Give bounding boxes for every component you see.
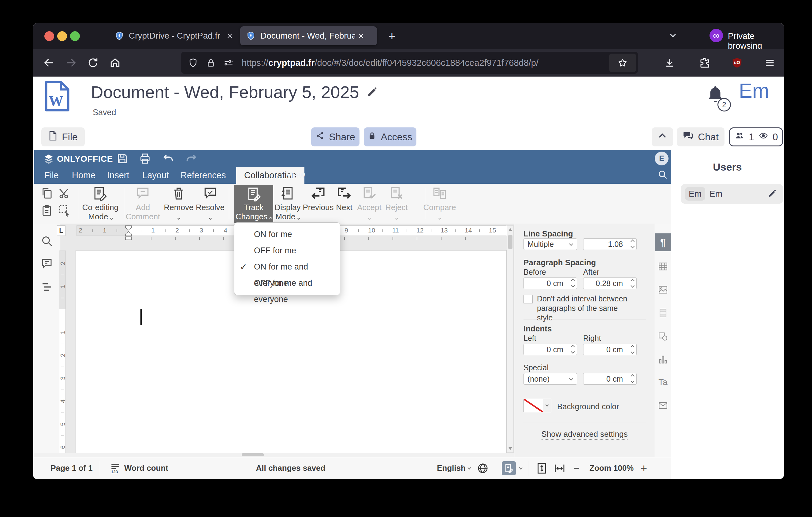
- horizontal-scrollbar[interactable]: [34, 453, 514, 457]
- bookmark-star-icon[interactable]: [609, 54, 636, 72]
- remove-comment-icon[interactable]: [171, 186, 186, 201]
- close-window-button[interactable]: [45, 31, 54, 41]
- menu-references[interactable]: References: [180, 167, 226, 184]
- mail-merge-tab[interactable]: [658, 400, 668, 411]
- scroll-down-arrow-icon[interactable]: [509, 447, 512, 450]
- presence-counts[interactable]: 1 0: [729, 128, 783, 146]
- ublock-origin-icon[interactable]: uO: [729, 55, 745, 71]
- spinner-arrows[interactable]: [572, 346, 574, 353]
- cut-scissors-icon[interactable]: [58, 187, 71, 200]
- spacing-before-input[interactable]: 0 cm: [523, 277, 577, 289]
- special-select[interactable]: (none): [523, 373, 577, 385]
- new-tab-button[interactable]: +: [385, 29, 399, 43]
- spinner-arrows[interactable]: [631, 346, 634, 353]
- v-ruler[interactable]: 21123456: [59, 250, 66, 453]
- menu-item-on-for-me[interactable]: ON for me: [234, 226, 340, 243]
- background-color-swatch[interactable]: [523, 399, 543, 412]
- spacing-after-input[interactable]: 0.28 cm: [583, 277, 637, 289]
- url-bar[interactable]: https://cryptpad.fr/doc/#/3/doc/edit/ff0…: [181, 52, 638, 74]
- menu-home[interactable]: Home: [72, 167, 95, 184]
- select-all-icon[interactable]: [58, 204, 71, 217]
- interval-checkbox[interactable]: [523, 295, 533, 304]
- search-icon[interactable]: [657, 169, 668, 180]
- zoom-out-button[interactable]: −: [573, 457, 579, 479]
- print-icon[interactable]: [139, 153, 151, 165]
- share-button[interactable]: Share: [311, 128, 359, 146]
- close-tab-icon[interactable]: [226, 32, 234, 40]
- textart-settings-tab[interactable]: Ta: [658, 377, 668, 388]
- menu-insert[interactable]: Insert: [107, 167, 129, 184]
- user-list-item[interactable]: Em Em: [681, 184, 783, 204]
- scroll-up-arrow-icon[interactable]: [509, 228, 512, 231]
- edit-name-pencil-icon[interactable]: [767, 188, 777, 199]
- spinner-arrows[interactable]: [631, 279, 634, 287]
- access-button[interactable]: Access: [364, 128, 416, 146]
- home-button[interactable]: [107, 55, 123, 71]
- collapse-toolbar-button[interactable]: [652, 128, 673, 146]
- page-indicator[interactable]: Page 1 of 1: [44, 457, 100, 479]
- close-tab-icon[interactable]: [357, 32, 365, 40]
- save-icon[interactable]: [116, 153, 128, 165]
- previous-change-icon[interactable]: [311, 186, 326, 201]
- tracking-shield-icon[interactable]: [188, 58, 198, 68]
- list-tabs-chevron-icon[interactable]: [670, 31, 675, 37]
- user-avatar-initials[interactable]: Em: [739, 79, 769, 102]
- paste-icon[interactable]: [40, 204, 53, 217]
- document-title[interactable]: Document - Wed, February 5, 2025: [91, 82, 359, 102]
- rename-pencil-icon[interactable]: [366, 82, 378, 102]
- menu-item-off-for-everyone[interactable]: OFF for me and everyone: [234, 275, 340, 291]
- menu-view[interactable]: View: [286, 167, 305, 184]
- zoom-window-button[interactable]: [70, 31, 80, 41]
- header-footer-settings-tab[interactable]: [658, 307, 668, 319]
- tab-stop-selector[interactable]: L: [57, 225, 65, 236]
- file-button[interactable]: File: [41, 128, 85, 146]
- spellcheck-globe-icon[interactable]: [477, 462, 489, 477]
- undo-icon[interactable]: [162, 153, 174, 165]
- copy-icon[interactable]: [40, 187, 53, 200]
- chevron-down-icon[interactable]: [467, 466, 471, 469]
- chevron-down-icon[interactable]: [519, 466, 522, 469]
- editor-user-avatar[interactable]: E: [655, 152, 668, 165]
- permissions-icon[interactable]: [223, 58, 234, 68]
- fit-page-icon[interactable]: [535, 462, 548, 477]
- tab-cryptdrive[interactable]: CryptDrive - CryptPad.fr: [109, 26, 237, 45]
- scrollbar-thumb[interactable]: [508, 235, 513, 249]
- special-value-input[interactable]: 0 cm: [583, 373, 637, 385]
- image-settings-tab[interactable]: [658, 284, 668, 295]
- downloads-icon[interactable]: [662, 55, 678, 71]
- spinner-arrows[interactable]: [631, 240, 634, 248]
- word-count-button[interactable]: Word count: [124, 457, 168, 479]
- next-change-icon[interactable]: [337, 186, 352, 201]
- indent-right-input[interactable]: 0 cm: [583, 344, 637, 355]
- find-magnifier-icon[interactable]: [40, 235, 53, 247]
- coediting-mode-button[interactable]: Co-editingMode: [76, 203, 125, 221]
- spinner-arrows[interactable]: [572, 279, 574, 287]
- background-color-dropdown[interactable]: [543, 399, 551, 412]
- back-button[interactable]: [41, 55, 57, 71]
- line-spacing-value-input[interactable]: 1.08: [583, 238, 637, 250]
- table-settings-tab[interactable]: [658, 261, 668, 272]
- track-changes-status-icon[interactable]: [502, 461, 516, 475]
- resolve-button[interactable]: Resolve: [186, 203, 235, 221]
- navigation-panel-icon[interactable]: [40, 280, 53, 293]
- extensions-puzzle-icon[interactable]: [696, 55, 713, 71]
- paragraph-settings-tab[interactable]: ¶: [655, 234, 671, 251]
- menu-item-on-for-everyone[interactable]: ✓ON for me and everyone: [234, 259, 340, 275]
- tab-document[interactable]: Document - Wed, February 5, 2: [240, 26, 377, 45]
- chat-button[interactable]: Chat: [677, 128, 725, 146]
- spinner-arrows[interactable]: [631, 375, 634, 383]
- minimize-window-button[interactable]: [57, 31, 67, 41]
- menu-layout[interactable]: Layout: [142, 167, 169, 184]
- vertical-scrollbar[interactable]: [507, 225, 514, 453]
- forward-button[interactable]: [63, 55, 79, 71]
- zoom-in-button[interactable]: +: [641, 457, 647, 479]
- display-mode-icon[interactable]: [280, 186, 295, 201]
- menu-file[interactable]: File: [45, 167, 59, 184]
- lock-icon[interactable]: [206, 58, 216, 68]
- resolve-icon[interactable]: [203, 186, 218, 201]
- shape-settings-tab[interactable]: [658, 331, 668, 342]
- language-selector[interactable]: English: [437, 457, 466, 479]
- indent-left-input[interactable]: 0 cm: [523, 344, 577, 355]
- coediting-mode-icon[interactable]: [92, 186, 108, 201]
- show-advanced-settings-link[interactable]: Show advanced settings: [542, 429, 628, 440]
